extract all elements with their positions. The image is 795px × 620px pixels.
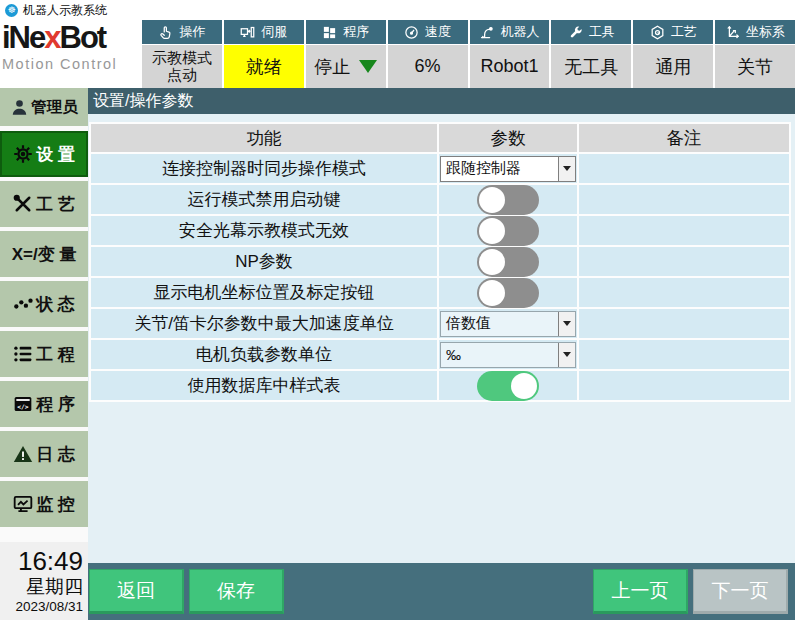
setting-note: [579, 371, 789, 400]
toolbar-head-craft: 工艺: [633, 20, 713, 44]
select-arrow-button[interactable]: [558, 157, 575, 181]
brand-logo: iNexBot Motion Control: [0, 20, 140, 88]
sync-mode-select[interactable]: 跟随控制器: [440, 156, 576, 182]
accel-unit-select[interactable]: 倍数值: [440, 311, 576, 337]
setting-label: 显示电机坐标位置及标定按钮: [91, 278, 437, 307]
setting-note: [579, 309, 789, 338]
select-value: 跟随控制器: [446, 159, 521, 178]
toolbar-group-program[interactable]: 程序 停止: [304, 20, 386, 88]
sidebar-item-variables[interactable]: X=/变 量: [0, 231, 88, 277]
table-row: 关节/笛卡尔参数中最大加速度单位 倍数值: [91, 309, 789, 338]
list-icon: [13, 344, 33, 364]
window-title: 机器人示教系统: [23, 2, 107, 19]
table-header-row: 功能 参数 备注: [91, 124, 789, 152]
toolbar-head-program: 程序: [306, 20, 386, 44]
main-panel: 设置/操作参数 功能 参数 备注 连接控制器时同步操作模式 跟随控制器: [88, 88, 795, 620]
toolbar-head-label: 伺服: [261, 23, 287, 41]
chevron-down-icon: [563, 166, 571, 171]
toolbar-group-operate[interactable]: 操作 示教模式 点动: [140, 20, 222, 88]
toolbar-group-coord[interactable]: 坐标系 关节: [713, 20, 795, 88]
teach-pendant-app: ☸ 机器人示教系统 iNexBot Motion Control 操作 示教模式…: [0, 0, 795, 620]
sidebar-item-craft[interactable]: 工 艺: [0, 181, 88, 227]
user-role-button[interactable]: 管理员: [0, 88, 88, 126]
toolbar-group-servo[interactable]: 伺服 就绪: [222, 20, 304, 88]
gauge-icon: [404, 25, 419, 40]
toolbar-group-speed[interactable]: 速度 6%: [386, 20, 468, 88]
toolbar-head-label: 工具: [589, 23, 615, 41]
table-row: 运行模式禁用启动键: [91, 185, 789, 214]
motor-coord-toggle[interactable]: [477, 278, 539, 308]
sidebar-item-log[interactable]: 日 志: [0, 431, 88, 477]
prev-page-button[interactable]: 上一页: [593, 569, 688, 614]
col-header-function: 功能: [91, 124, 437, 152]
settings-content: 功能 参数 备注 连接控制器时同步操作模式 跟随控制器: [88, 114, 795, 563]
table-row: NP参数: [91, 247, 789, 276]
setting-label: 电机负载参数单位: [91, 340, 437, 369]
back-button[interactable]: 返回: [89, 569, 184, 614]
chevron-down-icon: [563, 321, 571, 326]
crossed-tools-icon: [13, 194, 33, 214]
grid-icon: [322, 25, 337, 40]
toolbar-group-craft[interactable]: 工艺 通用: [631, 20, 713, 88]
setting-label: NP参数: [91, 247, 437, 276]
brand-subtitle: Motion Control: [2, 56, 140, 72]
servo-status-badge: 就绪: [224, 45, 304, 88]
status-toolbar: 操作 示教模式 点动 伺服 就绪 程序: [140, 20, 795, 88]
chevron-down-icon: [563, 352, 571, 357]
speed-value: 6%: [388, 45, 468, 88]
next-page-button[interactable]: 下一页: [693, 569, 788, 614]
toolbar-group-tool[interactable]: 工具 无工具: [549, 20, 631, 88]
setting-note: [579, 185, 789, 214]
col-header-note: 备注: [579, 124, 789, 152]
gear-icon: [13, 144, 33, 164]
toolbar-value-operate: 示教模式 点动: [142, 45, 222, 88]
save-button[interactable]: 保存: [189, 569, 284, 614]
select-arrow-button[interactable]: [558, 343, 575, 367]
sidebar-item-label: 监 控: [36, 493, 75, 516]
setting-note: [579, 154, 789, 183]
sidebar-item-label: 工 程: [36, 343, 75, 366]
toggle-knob: [479, 280, 505, 306]
select-value: 倍数值: [446, 314, 491, 333]
toolbar-head-speed: 速度: [388, 20, 468, 44]
robot-name: Robot1: [470, 45, 550, 88]
toolbar-group-robot[interactable]: 机器人 Robot1: [468, 20, 550, 88]
sidebar-item-status[interactable]: 状 态: [0, 281, 88, 327]
motor-load-unit-select[interactable]: ‰: [440, 342, 576, 368]
sidebar-item-project[interactable]: 工 程: [0, 331, 88, 377]
toggle-knob: [479, 249, 505, 275]
brand-name: iNexBot: [2, 22, 140, 55]
user-role-label: 管理员: [31, 97, 78, 118]
col-header-parameter: 参数: [439, 124, 577, 152]
disable-start-key-toggle[interactable]: [477, 185, 539, 215]
svg-text:</>: </>: [17, 403, 29, 410]
table-row: 显示电机坐标位置及标定按钮: [91, 278, 789, 307]
setting-note: [579, 340, 789, 369]
sidebar-item-settings[interactable]: 设 置: [0, 131, 88, 177]
toolbar-head-tool: 工具: [551, 20, 631, 44]
np-param-toggle[interactable]: [477, 247, 539, 277]
light-curtain-toggle[interactable]: [477, 216, 539, 246]
warning-icon: [13, 444, 33, 464]
sidebar-item-label: 设 置: [36, 143, 75, 166]
sidebar-item-label: X=/变 量: [12, 243, 77, 266]
craft-mode: 通用: [633, 45, 713, 88]
toolbar-head-label: 操作: [179, 23, 205, 41]
sidebar: 管理员 设 置 工 艺 X=/变 量 状 态 工 程: [0, 88, 88, 620]
stylesheet-db-toggle[interactable]: [477, 371, 539, 401]
table-row: 使用数据库中样式表: [91, 371, 789, 400]
body: 管理员 设 置 工 艺 X=/变 量 状 态 工 程: [0, 88, 795, 620]
clock-time: 16:49: [0, 548, 83, 575]
select-arrow-button[interactable]: [558, 312, 575, 336]
toolbar-head-label: 工艺: [671, 23, 697, 41]
user-icon: [10, 98, 29, 117]
clock-date: 2023/08/31: [0, 598, 83, 616]
toggle-knob: [479, 218, 505, 244]
settings-table: 功能 参数 备注 连接控制器时同步操作模式 跟随控制器: [89, 122, 791, 402]
footer-bar: 返回 保存 上一页 下一页: [88, 563, 795, 620]
toolbar-head-label: 程序: [343, 23, 369, 41]
sidebar-item-program[interactable]: </> 程 序: [0, 381, 88, 427]
hand-icon: [158, 25, 173, 40]
toolbar-head-robot: 机器人: [470, 20, 550, 44]
sidebar-item-monitor[interactable]: 监 控: [0, 481, 88, 527]
